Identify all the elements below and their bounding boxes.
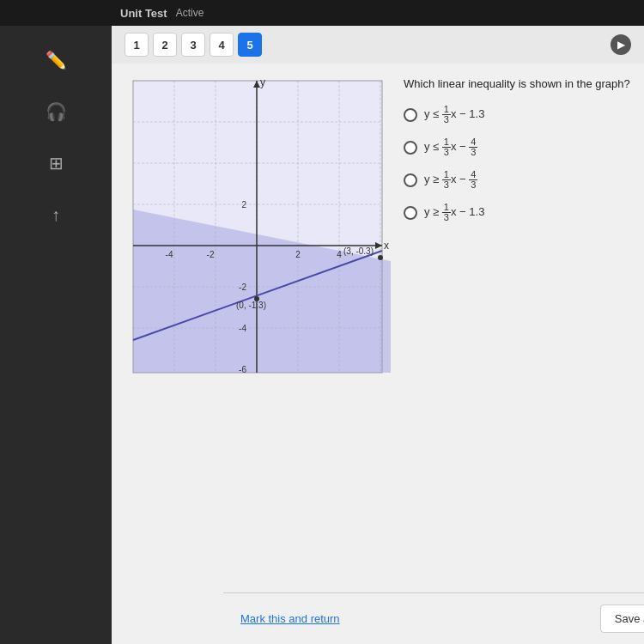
question-tabs: 1 2 3 4 5 ▶ xyxy=(112,26,644,64)
svg-text:(0, -1.3): (0, -1.3) xyxy=(236,301,266,310)
tab-4[interactable]: 4 xyxy=(210,33,234,57)
mark-return-link[interactable]: Mark this and return xyxy=(240,612,340,625)
bottom-bar: Mark this and return Save and Exit ▶ xyxy=(223,592,644,644)
tab-1[interactable]: 1 xyxy=(125,33,149,57)
save-exit-button[interactable]: Save and Exit xyxy=(600,605,644,633)
svg-text:2: 2 xyxy=(241,200,246,210)
svg-text:x: x xyxy=(384,240,389,252)
option-b[interactable]: y ≤ 13x − 43 xyxy=(404,137,631,157)
radio-d[interactable] xyxy=(404,206,417,220)
option-d-text: y ≥ 13x − 1.3 xyxy=(424,203,484,222)
svg-text:-4: -4 xyxy=(166,250,173,259)
svg-text:2: 2 xyxy=(295,250,301,259)
tab-3[interactable]: 3 xyxy=(181,33,205,57)
bottom-buttons: Save and Exit ▶ xyxy=(600,605,644,633)
grid-icon[interactable]: ⊞ xyxy=(39,146,73,180)
main-content: 1 2 3 4 5 ▶ xyxy=(112,26,644,644)
radio-b[interactable] xyxy=(404,141,417,155)
svg-point-31 xyxy=(378,255,383,260)
svg-text:-6: -6 xyxy=(239,365,246,374)
svg-text:4: 4 xyxy=(337,250,342,259)
svg-text:-2: -2 xyxy=(207,250,215,259)
option-a[interactable]: y ≤ 13x − 1.3 xyxy=(404,105,631,125)
radio-c[interactable] xyxy=(404,173,417,187)
headphone-icon[interactable]: 🎧 xyxy=(39,94,73,129)
content-area: x y -2 -4 2 4 2 -2 -4 -6 xyxy=(112,64,644,587)
pencil-icon[interactable]: ✏️ xyxy=(39,43,73,77)
option-c[interactable]: y ≥ 13x − 43 xyxy=(404,170,631,190)
svg-text:(3, -0.3): (3, -0.3) xyxy=(343,246,374,256)
unit-test-label: Unit Test xyxy=(120,7,167,20)
svg-text:-4: -4 xyxy=(239,324,246,333)
left-sidebar: ✏️ 🎧 ⊞ ↑ xyxy=(0,26,112,644)
nav-arrow-icon[interactable]: ▶ xyxy=(611,34,631,55)
option-a-text: y ≤ 13x − 1.3 xyxy=(424,105,484,125)
option-b-text: y ≤ 13x − 43 xyxy=(424,137,477,157)
radio-a[interactable] xyxy=(404,108,417,122)
top-bar: Unit Test Active xyxy=(0,0,644,26)
svg-text:y: y xyxy=(260,76,265,88)
option-d[interactable]: y ≥ 13x − 1.3 xyxy=(404,203,631,222)
arrow-up-icon[interactable]: ↑ xyxy=(39,197,73,232)
tab-5[interactable]: 5 xyxy=(238,33,262,57)
graph-section: x y -2 -4 2 4 2 -2 -4 -6 xyxy=(125,72,391,579)
tab-2[interactable]: 2 xyxy=(153,33,177,57)
coordinate-graph: x y -2 -4 2 4 2 -2 -4 -6 xyxy=(125,72,391,390)
question-text: Which linear inequality is shown in the … xyxy=(404,76,631,92)
option-c-text: y ≥ 13x − 43 xyxy=(424,170,477,190)
active-badge: Active xyxy=(176,7,204,19)
svg-text:-2: -2 xyxy=(239,283,246,292)
question-section: Which linear inequality is shown in the … xyxy=(404,72,631,579)
